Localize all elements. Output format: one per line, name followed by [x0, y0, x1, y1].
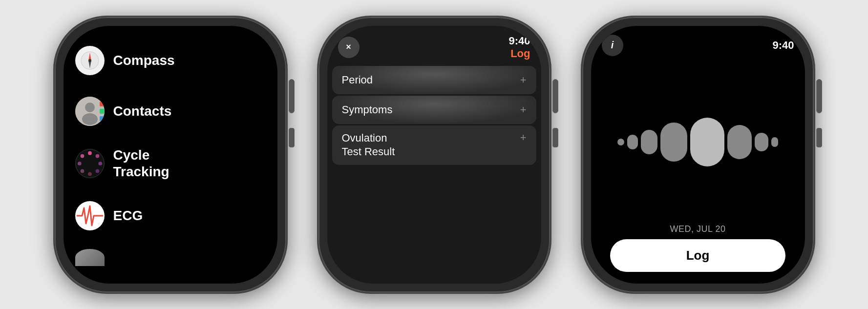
- list-item[interactable]: Cycle Tracking: [75, 144, 266, 183]
- watch3-log-button[interactable]: Log: [610, 239, 785, 272]
- cycle-dot-1: [617, 139, 624, 145]
- watch2-screen: × 9:40 Log Period + Symptoms: [327, 26, 541, 284]
- log-header: × 9:40 Log: [327, 26, 541, 64]
- ovulation-item[interactable]: Ovulation Test Result +: [332, 125, 536, 165]
- cycle-svg: [76, 149, 104, 178]
- watch-2: × 9:40 Log Period + Symptoms: [317, 16, 551, 294]
- cycle-dot-8: [771, 137, 778, 147]
- cycle-visualization: [608, 60, 788, 224]
- svg-point-18: [77, 162, 81, 165]
- close-button[interactable]: ×: [338, 37, 360, 58]
- svg-point-6: [85, 103, 95, 112]
- svg-point-4: [88, 59, 91, 62]
- svg-point-7: [82, 113, 98, 125]
- symptoms-label: Symptoms: [342, 103, 393, 116]
- svg-point-17: [80, 169, 84, 173]
- svg-point-16: [88, 172, 92, 176]
- symptoms-plus: +: [520, 103, 527, 116]
- cycle-dot-7: [755, 133, 768, 151]
- watch3-screen: i 9:40 WED, JUL 20 Log: [591, 26, 805, 284]
- compass-app-label: Compass: [113, 52, 175, 69]
- watch-crown[interactable]: [289, 79, 295, 113]
- list-item-partial: [75, 249, 266, 266]
- svg-point-15: [95, 169, 99, 173]
- cycle-tracking-app-label: Cycle Tracking: [113, 147, 169, 180]
- watch3-date: WED, JUL 20: [670, 224, 726, 234]
- watch-crown[interactable]: [816, 79, 822, 113]
- svg-rect-9: [100, 109, 105, 114]
- period-label: Period: [342, 74, 373, 86]
- svg-point-14: [98, 162, 102, 165]
- symptoms-item[interactable]: Symptoms +: [332, 96, 536, 124]
- cycle-dot-3: [641, 130, 657, 154]
- period-plus: +: [520, 74, 527, 86]
- contacts-app-icon: [75, 97, 105, 126]
- ecg-app-icon: [75, 201, 105, 230]
- list-item[interactable]: Contacts: [75, 94, 266, 129]
- ecg-app-label: ECG: [113, 207, 143, 224]
- svg-point-12: [88, 151, 92, 155]
- ovulation-plus: +: [520, 131, 527, 144]
- watch-1: Compass: [53, 16, 288, 294]
- cycle-dot-2: [627, 135, 638, 149]
- watch2-time: 9:40: [508, 35, 530, 47]
- partial-app-icon: [75, 249, 105, 266]
- cycle-dot-6: [727, 125, 752, 159]
- cycle-dot-4: [660, 123, 687, 162]
- cycle-tracking-app-icon: [75, 149, 105, 178]
- watch3-time: 9:40: [772, 39, 794, 52]
- watch-side-button[interactable]: [289, 128, 295, 147]
- info-button[interactable]: i: [602, 35, 623, 56]
- watch-side-button[interactable]: [552, 128, 558, 147]
- watch3-header: i 9:40: [591, 26, 805, 60]
- cycle-dot-5: [690, 118, 724, 166]
- watch-3: i 9:40 WED, JUL 20 Log: [581, 16, 815, 294]
- svg-rect-8: [100, 102, 105, 106]
- list-item[interactable]: ECG: [75, 198, 266, 233]
- contacts-svg: [75, 97, 105, 126]
- compass-svg: [79, 50, 101, 71]
- watch2-title: Log: [510, 47, 530, 60]
- ovulation-label: Ovulation Test Result: [342, 131, 395, 159]
- ecg-svg: [75, 201, 105, 230]
- watch3-log-label: Log: [686, 248, 710, 263]
- svg-point-19: [80, 154, 84, 158]
- svg-rect-10: [100, 116, 105, 121]
- watch-side-button[interactable]: [816, 128, 822, 147]
- log-items-list: Period + Symptoms + Ovulation Test Resul…: [327, 64, 541, 284]
- svg-point-13: [95, 154, 99, 158]
- compass-app-icon: [75, 46, 105, 75]
- list-item[interactable]: Compass: [75, 43, 266, 78]
- header-right: 9:40 Log: [508, 35, 530, 60]
- period-item[interactable]: Period +: [332, 66, 536, 94]
- watch-crown[interactable]: [552, 79, 558, 113]
- contacts-app-label: Contacts: [113, 103, 172, 120]
- watch1-screen: Compass: [64, 26, 277, 284]
